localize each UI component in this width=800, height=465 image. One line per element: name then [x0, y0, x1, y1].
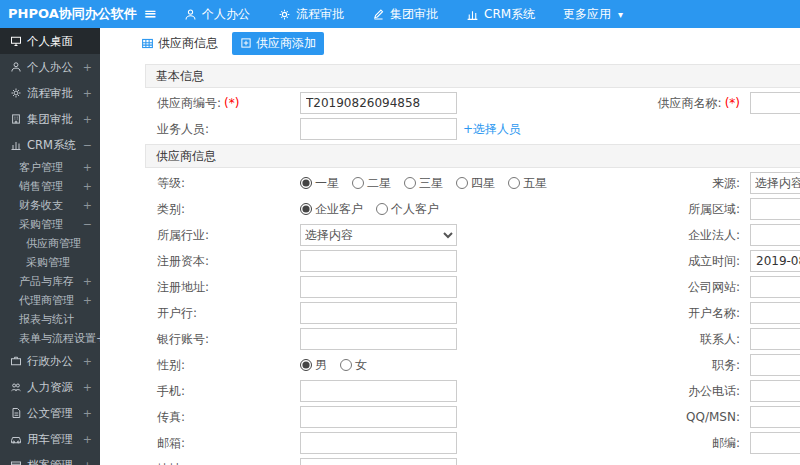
- briefcase-icon: [10, 355, 22, 367]
- level-radio-3[interactable]: [404, 177, 416, 189]
- address-input[interactable]: [300, 458, 457, 465]
- capital-input[interactable]: [300, 250, 457, 272]
- sidebar-item-vehicle-mgmt[interactable]: 用车管理 +: [0, 426, 100, 452]
- topbar: PHPOA协同办公软件 ≡ 个人办公 流程审批 集团审批 CRM系统 更多应用 …: [0, 0, 800, 28]
- form-row-capital: 注册资本: 成立时间:: [145, 248, 800, 274]
- region-input[interactable]: [750, 198, 800, 220]
- qq-msn-input[interactable]: [750, 406, 800, 428]
- nav-more-apps[interactable]: 更多应用 ▾: [549, 0, 637, 28]
- field-label: QQ/MSN:: [610, 410, 750, 424]
- level-radios: 一星 二星 三星 四星 五星: [300, 175, 610, 192]
- gender-radio-male[interactable]: [300, 359, 312, 371]
- caret-down-icon: ▾: [618, 9, 623, 20]
- field-label: 办公电话:: [610, 383, 750, 400]
- field-label: 邮箱:: [145, 435, 300, 452]
- section-basic-info: 基本信息: [145, 64, 800, 88]
- contact-input[interactable]: [750, 328, 800, 350]
- form-row-address: 地址:: [145, 456, 800, 465]
- field-label: 手机:: [145, 383, 300, 400]
- bank-input[interactable]: [300, 302, 457, 324]
- person-icon: [184, 8, 197, 21]
- tab-supplier-info[interactable]: 供应商信息: [133, 32, 226, 55]
- level-radio-4[interactable]: [456, 177, 468, 189]
- sidebar-item-product-inventory[interactable]: 产品与库存+: [0, 272, 100, 291]
- form-row-staff: 业务人员: +选择人员: [145, 116, 800, 142]
- website-input[interactable]: [750, 276, 800, 298]
- bank-account-input[interactable]: [300, 328, 457, 350]
- form-row-category: 类别: 企业客户 个人客户 所属区域:: [145, 196, 800, 222]
- sidebar-item-customer-mgmt[interactable]: 客户管理+: [0, 158, 100, 177]
- account-name-input[interactable]: [750, 302, 800, 324]
- sidebar-item-admin-office[interactable]: 行政办公 +: [0, 348, 100, 374]
- staff-input[interactable]: [300, 118, 457, 140]
- form-row-supplier-no: 供应商编号:(*) 供应商名称:(*): [145, 90, 800, 116]
- field-label: 等级:: [145, 175, 300, 192]
- gender-radio-female[interactable]: [340, 359, 352, 371]
- sidebar-item-archive-mgmt[interactable]: 档案管理 +: [0, 452, 100, 465]
- sidebar-item-desktop[interactable]: 个人桌面: [0, 28, 100, 54]
- supplier-name-input[interactable]: [750, 92, 800, 114]
- tab-strip: 供应商信息 供应商添加: [100, 28, 800, 58]
- sidebar-item-flow-approval[interactable]: 流程审批 +: [0, 80, 100, 106]
- doc-icon: [10, 407, 22, 419]
- gender-radios: 男 女: [300, 357, 610, 374]
- sidebar-item-document-mgmt[interactable]: 公文管理 +: [0, 400, 100, 426]
- mobile-input[interactable]: [300, 380, 457, 402]
- field-label: 供应商编号:(*): [145, 95, 300, 112]
- sidebar-item-form-flow-settings[interactable]: 表单与流程设置+: [0, 329, 100, 348]
- legal-person-input[interactable]: [750, 224, 800, 246]
- field-label: 联系人:: [610, 331, 750, 348]
- level-radio-2[interactable]: [352, 177, 364, 189]
- sidebar-item-reports[interactable]: 报表与统计: [0, 310, 100, 329]
- sidebar-item-sales-mgmt[interactable]: 销售管理+: [0, 177, 100, 196]
- email-input[interactable]: [300, 432, 457, 454]
- person-icon: [10, 61, 22, 73]
- reg-address-input[interactable]: [300, 276, 457, 298]
- established-date-input[interactable]: [750, 250, 800, 272]
- hamburger-icon[interactable]: ≡: [130, 0, 170, 28]
- field-label: 业务人员:: [145, 121, 300, 138]
- sidebar-item-personal-office[interactable]: 个人办公 +: [0, 54, 100, 80]
- nav-group-approval[interactable]: 集团审批: [358, 0, 452, 28]
- field-label: 企业法人:: [610, 227, 750, 244]
- form-row-gender: 性别: 男 女 职务:: [145, 352, 800, 378]
- grid-icon: [141, 37, 154, 50]
- car-icon: [10, 433, 22, 445]
- source-select[interactable]: 选择内容: [750, 172, 800, 194]
- form-row-reg-address: 注册地址: 公司网站:: [145, 274, 800, 300]
- category-radios: 企业客户 个人客户: [300, 201, 610, 218]
- level-radio-5[interactable]: [508, 177, 520, 189]
- supplier-no-input[interactable]: [300, 92, 457, 114]
- select-person-link[interactable]: +选择人员: [463, 121, 521, 138]
- tab-supplier-add[interactable]: 供应商添加: [232, 32, 324, 55]
- sidebar-item-group-approval[interactable]: 集团审批 +: [0, 106, 100, 132]
- sidebar-item-hr[interactable]: 人力资源 +: [0, 374, 100, 400]
- desktop-icon: [10, 35, 22, 47]
- level-radio-1[interactable]: [300, 177, 312, 189]
- field-label: 注册地址:: [145, 279, 300, 296]
- sidebar-item-crm[interactable]: CRM系统 −: [0, 132, 100, 158]
- field-label: 传真:: [145, 409, 300, 426]
- nav-crm-system[interactable]: CRM系统: [452, 0, 549, 28]
- form-row-mobile: 手机: 办公电话:: [145, 378, 800, 404]
- zipcode-input[interactable]: [750, 432, 800, 454]
- sidebar-item-agent-mgmt[interactable]: 代理商管理+: [0, 291, 100, 310]
- fax-input[interactable]: [300, 406, 457, 428]
- field-label: 职务:: [610, 357, 750, 374]
- sidebar-item-supplier-mgmt[interactable]: 供应商管理: [0, 234, 100, 253]
- sidebar-item-purchase-mgmt[interactable]: 采购管理−: [0, 215, 100, 234]
- nav-flow-approval[interactable]: 流程审批: [264, 0, 358, 28]
- nav-personal-office[interactable]: 个人办公: [170, 0, 264, 28]
- office-phone-input[interactable]: [750, 380, 800, 402]
- form-row-industry: 所属行业: 选择内容 企业法人:: [145, 222, 800, 248]
- sidebar-item-procurement[interactable]: 采购管理: [0, 253, 100, 272]
- industry-select[interactable]: 选择内容: [300, 224, 457, 246]
- building-icon: [10, 113, 22, 125]
- category-radio-company[interactable]: [300, 203, 312, 215]
- position-input[interactable]: [750, 354, 800, 376]
- sidebar-item-finance[interactable]: 财务收支+: [0, 196, 100, 215]
- field-label: 公司网站:: [610, 279, 750, 296]
- add-icon: [240, 37, 252, 49]
- archive-icon: [10, 459, 22, 465]
- category-radio-personal[interactable]: [376, 203, 388, 215]
